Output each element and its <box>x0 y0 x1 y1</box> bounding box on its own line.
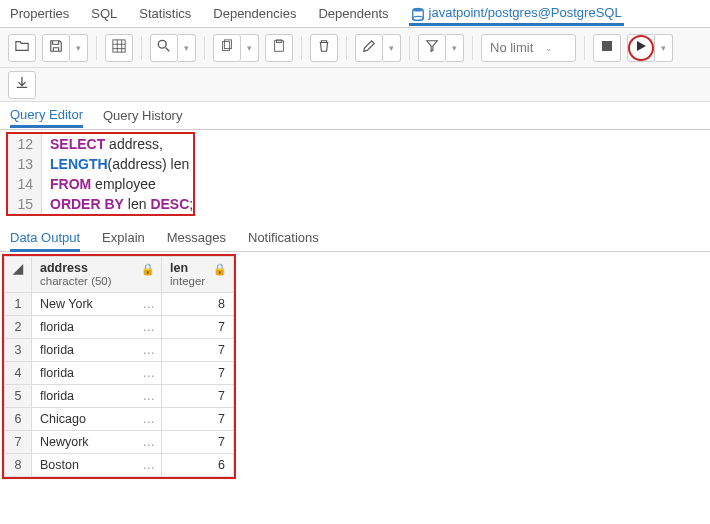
cell-address[interactable]: florida… <box>32 385 162 408</box>
tab-statistics[interactable]: Statistics <box>137 2 193 25</box>
cell-address[interactable]: New York… <box>32 293 162 316</box>
chevron-down-icon: ⌄ <box>545 43 553 53</box>
search-icon <box>157 39 171 56</box>
copy-dropdown[interactable]: ▾ <box>241 34 259 62</box>
cell-len[interactable]: 7 <box>162 408 234 431</box>
result-tabs: Data Output Explain Messages Notificatio… <box>0 222 710 252</box>
row-number[interactable]: 7 <box>5 431 32 454</box>
cell-len[interactable]: 7 <box>162 431 234 454</box>
tab-connection[interactable]: javatpoint/postgres@PostgreSQL <box>409 1 624 26</box>
row-number[interactable]: 6 <box>5 408 32 431</box>
row-number[interactable]: 2 <box>5 316 32 339</box>
cell-address[interactable]: florida… <box>32 362 162 385</box>
row-number[interactable]: 1 <box>5 293 32 316</box>
ellipsis-icon: … <box>143 458 156 472</box>
cell-len[interactable]: 8 <box>162 293 234 316</box>
table-row[interactable]: 8Boston…6 <box>5 454 234 477</box>
svg-point-1 <box>412 16 423 20</box>
editor-line: 13LENGTH(address) len <box>8 154 193 174</box>
filter-dropdown[interactable]: ▾ <box>446 34 464 62</box>
tab-query-history[interactable]: Query History <box>103 108 182 128</box>
table-row[interactable]: 6Chicago…7 <box>5 408 234 431</box>
cell-address[interactable]: Boston… <box>32 454 162 477</box>
col-name: len <box>170 261 188 275</box>
tab-query-editor[interactable]: Query Editor <box>10 107 83 128</box>
copy-icon <box>220 39 234 56</box>
tab-explain[interactable]: Explain <box>102 230 145 251</box>
stop-button[interactable] <box>593 34 621 62</box>
execute-button[interactable] <box>627 34 655 62</box>
editor-line: 12SELECT address, <box>8 134 193 154</box>
cell-address[interactable]: florida… <box>32 339 162 362</box>
chevron-down-icon: ▾ <box>389 43 394 53</box>
chevron-down-icon: ▾ <box>76 43 81 53</box>
chevron-down-icon: ▾ <box>661 43 666 53</box>
row-number[interactable]: 3 <box>5 339 32 362</box>
column-header-address[interactable]: address 🔒 character (50) <box>32 257 162 293</box>
table-row[interactable]: 2florida…7 <box>5 316 234 339</box>
cell-address[interactable]: Chicago… <box>32 408 162 431</box>
limit-label: No limit <box>490 40 533 55</box>
ellipsis-icon: … <box>143 366 156 380</box>
svg-rect-8 <box>602 41 612 51</box>
tab-dependencies[interactable]: Dependencies <box>211 2 298 25</box>
cell-len[interactable]: 7 <box>162 385 234 408</box>
tab-sql[interactable]: SQL <box>89 2 119 25</box>
open-file-button[interactable] <box>8 34 36 62</box>
filter-icon <box>425 39 439 56</box>
folder-open-icon <box>15 39 29 56</box>
row-number[interactable]: 8 <box>5 454 32 477</box>
cell-len[interactable]: 7 <box>162 316 234 339</box>
execute-dropdown[interactable]: ▾ <box>655 34 673 62</box>
filter-button[interactable] <box>418 34 446 62</box>
result-table: ◢ address 🔒 character (50) len 🔒 integer… <box>4 256 234 477</box>
tab-data-output[interactable]: Data Output <box>10 230 80 252</box>
save-dropdown[interactable]: ▾ <box>70 34 88 62</box>
copy-button[interactable] <box>213 34 241 62</box>
sql-editor[interactable]: 12SELECT address,13LENGTH(address) len14… <box>6 132 195 216</box>
cell-len[interactable]: 6 <box>162 454 234 477</box>
cell-address[interactable]: Newyork… <box>32 431 162 454</box>
code-line[interactable]: ORDER BY len DESC; <box>42 194 193 214</box>
column-header-len[interactable]: len 🔒 integer <box>162 257 234 293</box>
line-number: 15 <box>8 194 42 214</box>
code-line[interactable]: FROM employee <box>42 174 156 194</box>
code-line[interactable]: SELECT address, <box>42 134 163 154</box>
editor-tabs: Query Editor Query History <box>0 102 710 130</box>
svg-point-0 <box>412 7 423 11</box>
row-number[interactable]: 4 <box>5 362 32 385</box>
table-row[interactable]: 4florida…7 <box>5 362 234 385</box>
svg-point-3 <box>158 40 166 48</box>
tab-dependents[interactable]: Dependents <box>316 2 390 25</box>
table-row[interactable]: 1New York…8 <box>5 293 234 316</box>
chevron-down-icon: ▾ <box>247 43 252 53</box>
separator <box>96 36 97 60</box>
cell-len[interactable]: 7 <box>162 339 234 362</box>
tab-notifications[interactable]: Notifications <box>248 230 319 251</box>
code-line[interactable]: LENGTH(address) len <box>42 154 189 174</box>
delete-button[interactable] <box>310 34 338 62</box>
edit-grid-button[interactable] <box>105 34 133 62</box>
limit-select[interactable]: No limit ⌄ <box>481 34 576 62</box>
find-dropdown[interactable]: ▾ <box>178 34 196 62</box>
find-button[interactable] <box>150 34 178 62</box>
line-number: 14 <box>8 174 42 194</box>
tab-properties[interactable]: Properties <box>8 2 71 25</box>
edit-dropdown[interactable]: ▾ <box>383 34 401 62</box>
row-number[interactable]: 5 <box>5 385 32 408</box>
table-row[interactable]: 5florida…7 <box>5 385 234 408</box>
table-row[interactable]: 7Newyork…7 <box>5 431 234 454</box>
grid-icon <box>112 39 126 56</box>
edit-button[interactable] <box>355 34 383 62</box>
chevron-down-icon: ▾ <box>184 43 189 53</box>
tab-messages[interactable]: Messages <box>167 230 226 251</box>
table-row[interactable]: 3florida…7 <box>5 339 234 362</box>
download-button[interactable] <box>8 71 36 99</box>
ellipsis-icon: … <box>143 320 156 334</box>
save-icon <box>49 39 63 56</box>
paste-button[interactable] <box>265 34 293 62</box>
cell-address[interactable]: florida… <box>32 316 162 339</box>
paste-icon <box>272 39 286 56</box>
save-button[interactable] <box>42 34 70 62</box>
cell-len[interactable]: 7 <box>162 362 234 385</box>
